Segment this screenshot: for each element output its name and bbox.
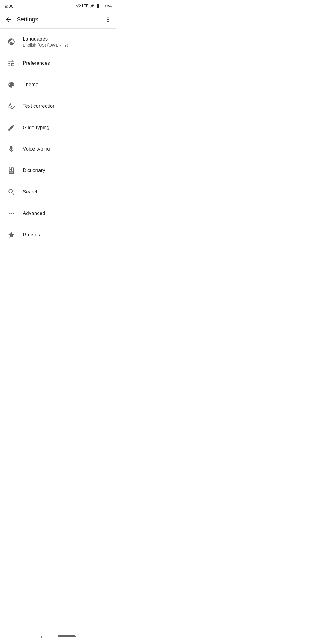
more-vertical-icon	[104, 16, 112, 23]
status-time: 9:00	[5, 4, 13, 9]
preferences-title: Preferences	[23, 60, 50, 66]
status-bar: 9:00 LTE 100%	[0, 0, 116, 11]
wifi-icon	[76, 4, 81, 8]
settings-item-rate-us[interactable]: Rate us	[0, 224, 116, 246]
sliders-icon	[6, 58, 17, 69]
search-title: Search	[23, 189, 39, 195]
text-correction-icon	[6, 101, 17, 112]
theme-text: Theme	[23, 82, 38, 88]
status-icons: LTE 100%	[76, 4, 112, 8]
page-title: Settings	[16, 16, 101, 23]
settings-item-theme[interactable]: Theme	[0, 74, 116, 95]
rate-us-text: Rate us	[23, 232, 40, 238]
text-correction-text: Text correction	[23, 103, 56, 109]
search-text: Search	[23, 189, 39, 195]
battery-percent: 100%	[102, 4, 112, 8]
theme-title: Theme	[23, 82, 38, 88]
glide-typing-text: Glide typing	[23, 125, 49, 131]
globe-icon	[6, 36, 17, 47]
more-options-button[interactable]	[101, 14, 115, 26]
glide-typing-icon	[6, 122, 17, 133]
dictionary-icon	[6, 165, 17, 176]
languages-title: Languages	[23, 36, 68, 42]
settings-item-advanced[interactable]: Advanced	[0, 203, 116, 224]
palette-icon	[6, 79, 17, 90]
settings-item-glide-typing[interactable]: Glide typing	[0, 117, 116, 138]
star-icon	[6, 230, 17, 240]
battery-icon	[96, 4, 100, 8]
settings-list: Languages English (US) (QWERTY) Preferen…	[0, 29, 116, 248]
more-dots-icon	[6, 208, 17, 219]
voice-typing-title: Voice typing	[23, 146, 50, 152]
advanced-text: Advanced	[23, 210, 45, 216]
settings-item-preferences[interactable]: Preferences	[0, 52, 116, 74]
toolbar: Settings	[0, 11, 116, 29]
settings-item-dictionary[interactable]: Dictionary	[0, 160, 116, 181]
rate-us-title: Rate us	[23, 232, 40, 238]
settings-item-search[interactable]: Search	[0, 181, 116, 203]
languages-subtitle: English (US) (QWERTY)	[23, 43, 68, 47]
search-icon	[6, 187, 17, 197]
microphone-icon	[6, 144, 17, 154]
text-correction-title: Text correction	[23, 103, 56, 109]
preferences-text: Preferences	[23, 60, 50, 66]
back-arrow-icon	[5, 16, 12, 23]
lte-indicator: LTE	[82, 4, 89, 8]
signal-icon	[90, 4, 95, 8]
dictionary-text: Dictionary	[23, 168, 45, 174]
settings-item-languages[interactable]: Languages English (US) (QWERTY)	[0, 31, 116, 52]
settings-item-text-correction[interactable]: Text correction	[0, 95, 116, 117]
advanced-title: Advanced	[23, 210, 45, 216]
languages-text: Languages English (US) (QWERTY)	[23, 36, 68, 47]
settings-item-voice-typing[interactable]: Voice typing	[0, 138, 116, 160]
glide-typing-title: Glide typing	[23, 125, 49, 131]
voice-typing-text: Voice typing	[23, 146, 50, 152]
dictionary-title: Dictionary	[23, 168, 45, 174]
back-button[interactable]	[1, 14, 16, 26]
